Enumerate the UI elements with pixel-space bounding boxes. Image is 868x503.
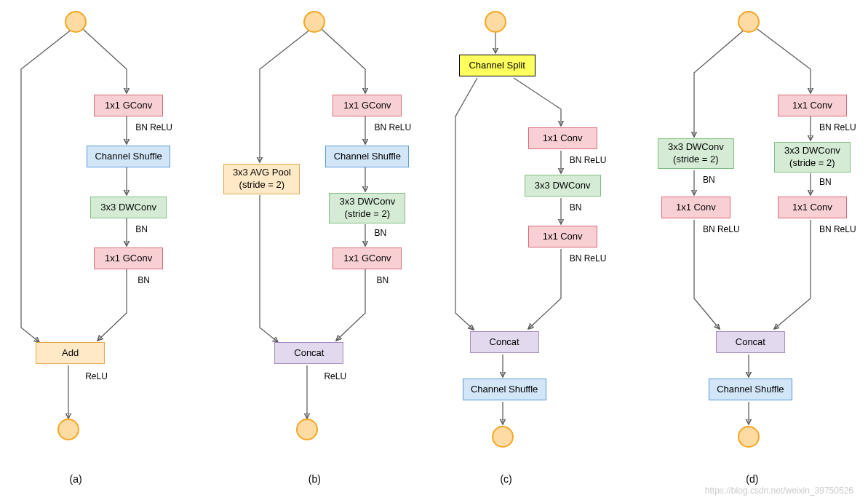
shuffle-block: Channel Shuffle	[325, 146, 409, 167]
gconv-block-2: 1x1 GConv	[333, 247, 402, 269]
block-label: 1x1 GConv	[105, 100, 152, 112]
block-label: 1x1 Conv	[676, 202, 716, 214]
block-label: Channel Shuffle	[717, 384, 784, 396]
block-label: 1x1 Conv	[792, 202, 832, 214]
output-node	[492, 426, 514, 448]
dwconv-block: 3x3 DWConv	[525, 175, 601, 197]
block-label: 3x3 DWConv (stride = 2)	[784, 145, 840, 170]
flow-column-c: Channel Split 1x1 Conv BN ReLU 3x3 DWCon…	[437, 7, 648, 473]
annotation-bn: BN	[374, 228, 386, 238]
flow-column-b: 3x3 AVG Pool (stride = 2) 1x1 GConv BN R…	[220, 7, 431, 473]
avgpool-block: 3x3 AVG Pool (stride = 2)	[223, 164, 300, 194]
block-label: 3x3 DWConv (stride = 2)	[668, 141, 724, 166]
annotation-bn1: BN	[570, 202, 582, 213]
concat-block: Concat	[274, 342, 343, 364]
gconv-block: 1x1 GConv	[333, 95, 402, 116]
conv-block-1: 1x1 Conv	[528, 127, 597, 149]
annotation-bn-r: BN	[819, 177, 832, 187]
annotation-relu-out: ReLU	[324, 371, 346, 381]
concat-block: Concat	[470, 331, 539, 353]
annotation-bn: BN	[135, 224, 148, 234]
block-label: 1x1 Conv	[543, 231, 583, 243]
conv-left-block: 1x1 Conv	[661, 197, 730, 218]
caption-c: (c)	[492, 473, 521, 485]
input-node	[485, 11, 506, 33]
conv-block-1: 1x1 Conv	[778, 95, 847, 116]
input-node	[738, 11, 760, 33]
gconv-block-2: 1x1 GConv	[94, 247, 163, 269]
annotation-bn-2: BN	[376, 275, 389, 285]
arrows-d	[654, 7, 865, 473]
block-label: 1x1 GConv	[343, 100, 391, 112]
dwconv-block: 3x3 DWConv (stride = 2)	[329, 193, 405, 223]
flow-column-a: 1x1 GConv BN ReLU Channel Shuffle 3x3 DW…	[3, 7, 214, 473]
input-node	[65, 11, 87, 33]
block-label: 1x1 Conv	[792, 100, 832, 112]
block-label: 3x3 DWConv	[100, 202, 156, 214]
block-label: 1x1 GConv	[105, 253, 152, 265]
annotation-bn-relu2: BN ReLU	[819, 224, 856, 234]
dwconv-right-block: 3x3 DWConv (stride = 2)	[774, 142, 851, 173]
conv-block-2: 1x1 Conv	[778, 197, 847, 218]
gconv-block: 1x1 GConv	[94, 95, 163, 116]
flow-column-d: 3x3 DWConv (stride = 2) BN 1x1 Conv BN R…	[654, 7, 865, 473]
block-label: Channel Split	[469, 60, 525, 72]
block-label: Concat	[294, 347, 324, 360]
conv-block-2: 1x1 Conv	[528, 226, 597, 247]
caption-b: (b)	[300, 473, 329, 485]
arrows-a	[3, 7, 214, 473]
annotation-bn-l: BN	[703, 175, 715, 185]
block-label: 3x3 DWConv	[535, 180, 591, 192]
output-node	[296, 419, 318, 440]
caption-a: (a)	[61, 473, 90, 485]
output-node	[738, 426, 760, 448]
block-label: Channel Shuffle	[95, 151, 162, 163]
annotation-relu-out: ReLU	[85, 371, 108, 381]
concat-block: Concat	[716, 331, 785, 353]
block-label: 1x1 GConv	[343, 253, 391, 265]
dwconv-left-block: 3x3 DWConv (stride = 2)	[658, 138, 734, 169]
annotation-bn-relu: BN ReLU	[135, 122, 172, 132]
shuffle-block: Channel Shuffle	[709, 379, 792, 400]
block-label: 3x3 AVG Pool (stride = 2)	[233, 167, 291, 191]
annotation-bn-relu1: BN ReLU	[570, 155, 607, 165]
shuffle-block: Channel Shuffle	[463, 379, 546, 400]
annotation-bn-relu: BN ReLU	[374, 122, 411, 132]
watermark-text: https://blog.csdn.net/weixin_39750526	[705, 486, 853, 496]
block-label: 3x3 DWConv (stride = 2)	[340, 196, 396, 221]
split-block: Channel Split	[459, 55, 535, 76]
shuffle-block: Channel Shuffle	[87, 146, 170, 167]
block-label: Add	[62, 347, 79, 360]
caption-d: (d)	[738, 473, 767, 485]
annotation-bn-relu1: BN ReLU	[819, 122, 856, 132]
block-label: Channel Shuffle	[334, 151, 401, 163]
input-node	[303, 11, 325, 33]
annotation-bn-2: BN	[138, 275, 150, 285]
block-label: Concat	[490, 336, 519, 349]
annotation-bn-relu2: BN ReLU	[570, 253, 607, 264]
dwconv-block: 3x3 DWConv	[90, 197, 167, 218]
arrows-b	[220, 7, 431, 473]
block-label: Channel Shuffle	[471, 384, 538, 396]
diagram-container: 1x1 GConv BN ReLU Channel Shuffle 3x3 DW…	[0, 0, 868, 473]
output-node	[57, 419, 79, 440]
annotation-bn-relu-l: BN ReLU	[703, 224, 740, 234]
block-label: Concat	[736, 336, 765, 349]
add-block: Add	[36, 342, 105, 364]
block-label: 1x1 Conv	[543, 132, 583, 145]
